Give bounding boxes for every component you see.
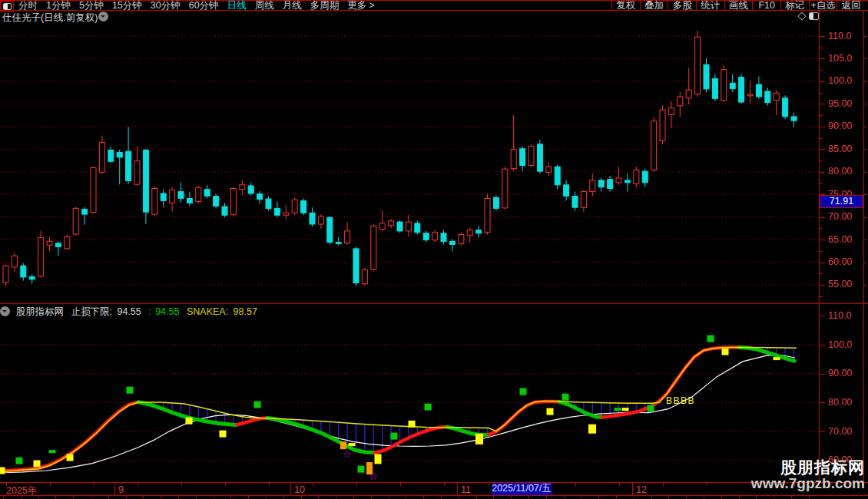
period-tab-7[interactable]: 日线 [227, 1, 247, 10]
bottom-tick [196, 496, 197, 498]
axis-tick [820, 36, 825, 37]
edge-tick [864, 240, 866, 240]
bottom-tick [91, 496, 91, 498]
symbol-row: 仕佳光子(日线.前复权) [0, 11, 868, 21]
axis-tick [820, 127, 825, 127]
candlestick-chart[interactable] [0, 21, 819, 303]
chevron-down-icon[interactable] [0, 306, 10, 316]
diamond-icon[interactable] [797, 12, 806, 20]
indicator-source: 股朋指标网 [15, 306, 64, 317]
toolbar-button-画线[interactable]: 画线 [724, 1, 753, 10]
week-tick [663, 483, 664, 486]
bottom-tick [336, 496, 336, 498]
split-pane-icon[interactable] [809, 12, 819, 20]
period-tab-8[interactable]: 周线 [255, 1, 274, 10]
axis-minor-tick [820, 93, 823, 94]
axis-tick [820, 431, 825, 432]
bottom-tick [581, 496, 581, 498]
toolbar-button-叠加[interactable]: 叠加 [640, 1, 668, 10]
watermark: 股朋指标网 www.7gpzb.com [751, 459, 865, 491]
week-tick [619, 483, 620, 486]
price-axis-label: 85.00 [828, 144, 852, 154]
axis-tick [820, 104, 825, 104]
toolbar-button-复权[interactable]: 复权 [611, 1, 640, 10]
bottom-tick [301, 496, 302, 498]
week-tick [225, 483, 226, 486]
bottom-tick [704, 496, 704, 498]
svg-text:BBBB: BBBB [666, 395, 695, 406]
axis-tick [820, 58, 825, 59]
month-separator [290, 483, 291, 495]
axis-tick [820, 217, 825, 218]
bottom-tick [73, 496, 74, 498]
snake-indicator-chart[interactable]: ☆☆BBBB [0, 319, 819, 482]
bottom-tick [126, 496, 127, 498]
week-tick [313, 483, 313, 486]
price-axis: 110.0105.0100.095.0090.0085.0080.0075.00… [819, 11, 863, 482]
period-tab-11[interactable]: 更多 > [347, 1, 375, 10]
selected-date-badge: 2025/11/07/五 [492, 483, 552, 495]
bottom-tick [721, 496, 722, 498]
watermark-brand: 股朋指标网 [751, 459, 865, 476]
week-tick [356, 483, 357, 486]
price-axis-label: 90.00 [828, 121, 852, 131]
bottom-tick [564, 496, 565, 498]
svg-text:☆: ☆ [343, 448, 352, 460]
edge-tick [864, 194, 866, 195]
edge-tick [864, 104, 866, 104]
axis-tick [820, 316, 825, 316]
period-tab-10[interactable]: 多周期 [310, 1, 340, 10]
bottom-tick [55, 496, 56, 498]
svg-text:☆: ☆ [369, 471, 378, 482]
bottom-tick [756, 496, 757, 498]
period-tab-3[interactable]: 5分钟 [79, 1, 104, 10]
bottom-tick [546, 496, 547, 498]
stop-limit-label: 止损下限: [71, 306, 111, 317]
axis-minor-tick [820, 228, 823, 229]
bottom-tick [161, 496, 161, 498]
week-tick [137, 483, 138, 486]
bottom-tick [406, 496, 406, 498]
indicator-axis-label: 70.00 [828, 426, 852, 437]
period-tab-5[interactable]: 30分钟 [151, 1, 181, 10]
axis-minor-tick [820, 70, 823, 71]
app-window: 分时1分钟5分钟15分钟30分钟60分钟日线周线月线多周期更多 > 复权叠加多股… [0, 0, 868, 499]
period-tab-1[interactable]: 分时 [18, 1, 38, 10]
week-tick [400, 483, 401, 486]
bottom-tick [353, 496, 354, 498]
toolbar-button-+自选[interactable]: +自选 [809, 1, 837, 10]
toolbar-button-多股[interactable]: 多股 [668, 1, 696, 10]
axis-tick [820, 81, 825, 82]
period-tab-4[interactable]: 15分钟 [112, 1, 142, 10]
bottom-tick [651, 496, 652, 498]
period-tab-9[interactable]: 月线 [283, 1, 302, 10]
axis-tick [820, 263, 825, 263]
axis-minor-tick [820, 138, 823, 139]
window-layout-button[interactable] [0, 1, 14, 12]
bottom-tick [248, 496, 249, 498]
snakea-value: 98.57 [234, 306, 257, 317]
toolbar-button-返回[interactable]: 返回 [837, 1, 865, 10]
price-axis-label: 105.0 [828, 53, 852, 64]
period-tab-2[interactable]: 1分钟 [46, 1, 71, 10]
time-axis[interactable]: 2025年91011122025/11/07/五 [0, 482, 868, 496]
price-axis-label: 70.00 [828, 211, 852, 222]
month-label: 11 [461, 484, 471, 495]
toolbar-button-F10[interactable]: F10 [752, 1, 780, 10]
price-axis-label: 80.00 [828, 166, 852, 177]
stop-limit-value2: 94.55 [155, 306, 179, 317]
chevron-down-icon[interactable] [98, 12, 108, 21]
indicator-header: 股朋指标网 止损下限: 94.55 : 94.55 SNAKEA: 98.57 [0, 305, 538, 318]
edge-tick [864, 217, 866, 218]
right-edge-strip[interactable] [863, 11, 868, 482]
axis-tick [820, 172, 825, 173]
week-tick [6, 483, 7, 486]
bottom-tick [634, 496, 634, 498]
month-separator [457, 483, 458, 495]
toolbar-button-标记[interactable]: 标记 [780, 1, 809, 10]
bottom-tick-strip [0, 496, 868, 499]
axis-minor-tick [820, 183, 823, 183]
edge-tick [864, 127, 866, 127]
period-tab-6[interactable]: 60分钟 [189, 1, 219, 10]
toolbar-button-统计[interactable]: 统计 [696, 1, 724, 10]
